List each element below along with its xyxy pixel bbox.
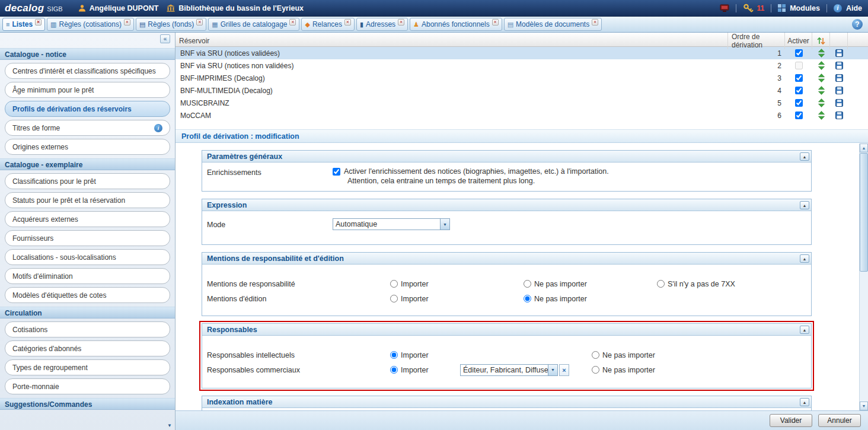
collapse-panel-button[interactable]: ▲ xyxy=(800,254,809,263)
valider-button[interactable]: Valider xyxy=(770,414,812,427)
activer-checkbox[interactable] xyxy=(795,99,803,107)
close-icon[interactable]: × xyxy=(592,19,598,26)
notification-count-badge[interactable]: 11 xyxy=(757,4,765,12)
sidebar-collapse-button[interactable]: « xyxy=(160,34,170,43)
aide-link[interactable]: Aide xyxy=(846,4,862,12)
keys-icon[interactable] xyxy=(743,4,755,12)
tab-adresses[interactable]: ▮ Adresses × xyxy=(356,18,408,31)
field-label-enrichissements: Enrichissements xyxy=(207,167,333,185)
panel-header: Indexation matière xyxy=(202,396,811,408)
help-button[interactable]: ? xyxy=(852,19,863,30)
sidebar-item-fournisseurs[interactable]: Fournisseurs xyxy=(5,230,170,246)
responsables-commerciaux-dropdown[interactable]: Éditeur, Fabricant, Diffuseur d ▼ xyxy=(460,364,558,376)
radio-ne-pas-importer[interactable]: Ne pas importer xyxy=(524,280,657,288)
close-icon[interactable]: × xyxy=(492,19,499,26)
radio-importer[interactable]: Importer xyxy=(390,351,460,359)
sidebar-item-classifications-pret[interactable]: Classifications pour le prêt xyxy=(5,173,170,189)
annuler-button[interactable]: Annuler xyxy=(818,414,861,427)
column-header-reservoir[interactable]: Réservoir xyxy=(175,33,728,49)
activer-checkbox[interactable] xyxy=(795,112,803,119)
close-icon[interactable]: × xyxy=(124,19,130,26)
close-icon[interactable]: × xyxy=(289,19,296,26)
mode-dropdown[interactable]: Automatique ▼ xyxy=(333,218,450,230)
scrollbar-thumb[interactable] xyxy=(860,153,868,272)
reorder-arrows-icon[interactable] xyxy=(812,97,830,109)
radio-ne-pas-importer[interactable]: Ne pas importer xyxy=(524,295,657,303)
sidebar-item-porte-monnaie[interactable]: Porte-monnaie xyxy=(5,378,170,394)
clear-selection-icon[interactable]: × xyxy=(559,364,569,376)
table-row[interactable]: BNF via SRU (notices validées) 1 xyxy=(175,47,868,59)
close-icon[interactable]: × xyxy=(398,19,404,26)
sidebar-item-profils-derivation[interactable]: Profils de dérivation des réservoirs xyxy=(5,101,170,117)
save-icon[interactable] xyxy=(830,47,848,59)
radio-ne-pas-importer[interactable]: Ne pas importer xyxy=(592,351,806,359)
sidebar-item-cotisations[interactable]: Cotisations xyxy=(5,321,170,337)
tab-abonnes-fonctionnels[interactable]: ♟ Abonnés fonctionnels × xyxy=(410,18,502,31)
reorder-arrows-icon[interactable] xyxy=(812,59,830,72)
tab-relances[interactable]: ◆ Relances × xyxy=(301,18,355,31)
tab-listes[interactable]: ≡ Listes × xyxy=(2,18,45,31)
enrichissements-checkbox[interactable] xyxy=(333,168,340,176)
table-row[interactable]: BNF-MULTIMEDIA (Decalog) 4 xyxy=(175,84,868,97)
collapse-panel-button[interactable]: ▲ xyxy=(800,201,809,209)
sidebar-item-age-minimum[interactable]: Âge minimum pour le prêt xyxy=(5,82,170,98)
reorder-arrows-icon[interactable] xyxy=(812,72,830,84)
tab-regles-cotisations[interactable]: ▥ Règles (cotisations) × xyxy=(47,18,134,31)
radio-sil-ny-a-pas-7xx[interactable]: S'il n'y a pas de 7XX xyxy=(657,280,806,288)
tab-regles-fonds[interactable]: ▤ Règles (fonds) × xyxy=(136,18,206,31)
save-icon[interactable] xyxy=(830,72,848,84)
sidebar-item-titres-de-forme[interactable]: Titres de forme i xyxy=(5,120,170,136)
activer-checkbox[interactable] xyxy=(795,49,803,57)
sidebar-item-centres-interet[interactable]: Centres d'intérêt et classifications spé… xyxy=(5,63,170,79)
table-row[interactable]: BNF-IMPRIMES (Decalog) 3 xyxy=(175,72,868,84)
sidebar-item-motifs-elimination[interactable]: Motifs d'élimination xyxy=(5,268,170,284)
column-header-ordre[interactable]: Ordre de dérivation xyxy=(728,33,785,49)
radio-importer[interactable]: Importer xyxy=(390,280,524,288)
info-icon[interactable]: i xyxy=(154,124,162,132)
panel-responsables: Responsables ▲ Responsables intellectuel… xyxy=(202,323,812,388)
radio-ne-pas-importer[interactable]: Ne pas importer xyxy=(592,366,806,374)
tab-modeles-de-documents[interactable]: ▤ Modèles de documents × xyxy=(504,18,602,31)
sidebar-item-categories-abonnes[interactable]: Catégories d'abonnés xyxy=(5,340,170,356)
activer-checkbox[interactable] xyxy=(795,62,803,69)
radio-importer[interactable]: Importer xyxy=(390,366,460,374)
modules-link[interactable]: Modules xyxy=(790,4,820,12)
table-row[interactable]: MUSICBRAINZ 5 xyxy=(175,97,868,109)
tab-grilles-de-catalogage[interactable]: ▦ Grilles de catalogage × xyxy=(208,18,299,31)
save-icon[interactable] xyxy=(830,84,848,97)
save-icon[interactable] xyxy=(830,97,848,109)
save-icon[interactable] xyxy=(830,109,848,122)
table-row[interactable]: MoCCAM 6 xyxy=(175,109,868,122)
table-row[interactable]: BNF via SRU (notices non validées) 2 xyxy=(175,59,868,72)
close-icon[interactable]: × xyxy=(344,19,351,26)
sidebar-item-origines-externes[interactable]: Origines externes xyxy=(5,139,170,155)
activer-checkbox[interactable] xyxy=(795,87,803,94)
reminders-icon: ◆ xyxy=(305,21,309,28)
alert-icon[interactable] xyxy=(720,4,729,12)
reorder-arrows-icon[interactable] xyxy=(812,47,830,59)
activer-checkbox[interactable] xyxy=(795,74,803,82)
sidebar-item-acquereurs-externes[interactable]: Acquéreurs externes xyxy=(5,211,170,227)
collapse-panel-button[interactable]: ▲ xyxy=(800,152,809,161)
chevron-down-icon[interactable]: ▼ xyxy=(440,218,450,230)
sidebar-item-statuts-pret[interactable]: Statuts pour le prêt et la réservation xyxy=(5,192,170,208)
close-icon[interactable]: × xyxy=(35,19,42,26)
reorder-arrows-icon[interactable] xyxy=(812,84,830,97)
close-icon[interactable]: × xyxy=(196,19,203,26)
chevron-down-icon[interactable]: ▼ xyxy=(548,364,558,376)
library-name: Bibliothèque du bassin de l'Eyrieux xyxy=(178,4,304,12)
radio-importer[interactable]: Importer xyxy=(390,295,524,303)
sidebar-item-types-regroupement[interactable]: Types de regroupement xyxy=(5,359,170,375)
scroll-down-icon[interactable]: ▼ xyxy=(860,402,868,410)
vertical-scrollbar[interactable]: ▲ ▼ xyxy=(859,144,868,410)
collapse-panel-button[interactable]: ▲ xyxy=(800,398,809,406)
scroll-up-icon[interactable]: ▲ xyxy=(860,144,868,152)
sidebar-scroll-down-icon[interactable]: ▼ xyxy=(167,423,172,428)
panel-expression: Expression ▲ Mode Automatique ▼ xyxy=(202,199,812,245)
save-icon[interactable] xyxy=(830,59,848,72)
sidebar-item-modeles-etiquettes[interactable]: Modèles d'étiquettes de cotes xyxy=(5,287,170,303)
collapse-panel-button[interactable]: ▲ xyxy=(800,326,809,334)
sidebar-item-localisations[interactable]: Localisations - sous-localisations xyxy=(5,249,170,265)
divider xyxy=(771,4,771,12)
reorder-arrows-icon[interactable] xyxy=(812,109,830,122)
